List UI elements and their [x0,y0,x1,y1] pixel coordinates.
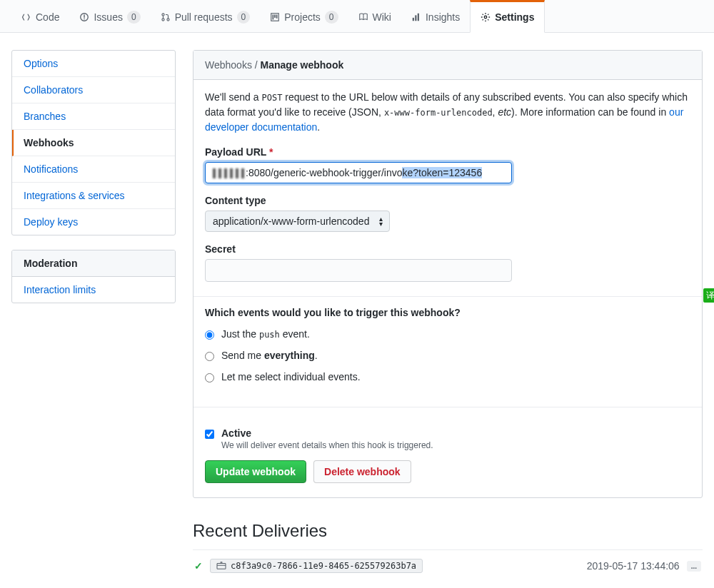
webhook-panel: Webhooks / Manage webhook We'll send a P… [193,50,703,498]
svg-rect-12 [415,15,416,21]
tab-label: Issues [94,11,122,23]
radio-individual[interactable] [205,373,214,382]
tab-label: Settings [495,11,534,23]
svg-rect-11 [413,18,414,21]
issues-count: 0 [127,11,141,24]
tab-wiki[interactable]: Wiki [348,0,401,32]
event-option-push[interactable]: Just the push event. [205,328,690,340]
svg-point-5 [167,19,169,21]
graph-icon [411,12,421,22]
sidebar-item-notifications[interactable]: Notifications [12,156,175,183]
delivery-id: c8f3a9c0-7866-11e9-8465-625579263b7a [231,561,416,571]
svg-rect-1 [84,15,85,18]
svg-point-3 [162,14,164,16]
issue-icon [79,12,89,22]
active-label: Active [221,427,433,439]
content-type-select[interactable]: application/x-www-form-urlencoded [205,211,390,232]
main-content: Webhooks / Manage webhook We'll send a P… [193,50,703,582]
delivery-time: 2019-05-17 13:44:06 [587,560,680,572]
tab-issues[interactable]: Issues 0 [69,0,150,32]
delivery-id-tag[interactable]: c8f3a9c0-7866-11e9-8465-625579263b7a [210,559,423,573]
svg-rect-8 [274,15,276,18]
svg-point-4 [162,19,164,21]
event-option-individual[interactable]: Let me select individual events. [205,371,690,382]
active-row[interactable]: Active We will deliver event details whe… [205,427,690,450]
kebab-menu[interactable]: ... [687,561,701,572]
secret-label: Secret [205,243,690,255]
recent-deliveries-title: Recent Deliveries [193,521,703,541]
sidebar-item-options[interactable]: Options [12,51,175,77]
intro-text: We'll send a POST request to the URL bel… [205,90,690,135]
tab-label: Code [36,11,59,23]
active-checkbox[interactable] [205,430,214,439]
radio-push[interactable] [205,330,214,340]
tab-code[interactable]: Code [11,0,69,32]
sidebar-item-webhooks[interactable]: Webhooks [12,130,175,156]
breadcrumb-current: Manage webhook [261,59,344,71]
payload-url-label: Payload URL * [205,146,690,158]
book-icon [358,12,368,22]
settings-sidebar: Options Collaborators Branches Webhooks … [11,50,176,318]
tab-settings[interactable]: Settings [470,0,545,33]
tab-label: Pull requests [175,11,233,23]
projects-count: 0 [325,11,338,24]
chevron-updown-icon: ▴▾ [379,216,383,226]
sidebar-item-integrations[interactable]: Integrations & services [12,183,175,209]
breadcrumb-sep: / [255,59,258,71]
svg-rect-7 [273,15,274,20]
projects-icon [270,12,280,22]
code-icon [21,12,31,22]
sidebar-header-moderation: Moderation [12,250,175,277]
content-type-label: Content type [205,195,690,206]
tab-label: Wiki [373,11,391,23]
secret-input[interactable] [205,259,512,282]
update-webhook-button[interactable]: Update webhook [205,460,306,483]
panel-breadcrumb: Webhooks / Manage webhook [193,51,702,80]
redacted-host [213,168,246,178]
radio-everything[interactable] [205,352,214,361]
svg-rect-13 [418,14,419,21]
svg-rect-15 [217,564,226,569]
tab-insights[interactable]: Insights [401,0,470,32]
required-marker: * [269,146,273,158]
sidebar-item-interaction-limits[interactable]: Interaction limits [12,277,175,303]
sidebar-item-collaborators[interactable]: Collaborators [12,77,175,103]
gear-icon [481,12,491,22]
tab-pull-requests[interactable]: Pull requests 0 [151,0,261,32]
svg-rect-9 [276,15,278,19]
check-icon: ✓ [194,560,203,572]
svg-point-14 [484,16,487,19]
payload-url-input[interactable]: :8080/generic-webhook-trigger/invoke?tok… [205,162,512,183]
active-desc: We will deliver event details when this … [221,440,433,450]
sidebar-item-deploy-keys[interactable]: Deploy keys [12,209,175,235]
pull-request-icon [161,12,171,22]
translate-badge[interactable]: 译 [703,288,714,303]
tab-label: Projects [284,11,321,23]
tab-label: Insights [426,11,460,23]
events-heading: Which events would you like to trigger t… [205,307,690,318]
repo-tab-nav: Code Issues 0 Pull requests 0 Projects 0… [0,0,714,33]
breadcrumb-parent: Webhooks [205,59,252,71]
event-option-everything[interactable]: Send me everything. [205,350,690,361]
delete-webhook-button[interactable]: Delete webhook [313,460,411,483]
tab-projects[interactable]: Projects 0 [260,0,348,32]
delivery-row[interactable]: ✓ c8f3a9c0-7866-11e9-8465-625579263b7a 2… [193,549,703,582]
sidebar-item-branches[interactable]: Branches [12,103,175,130]
svg-rect-2 [84,19,85,19]
package-icon [216,562,226,570]
pulls-count: 0 [237,11,251,24]
